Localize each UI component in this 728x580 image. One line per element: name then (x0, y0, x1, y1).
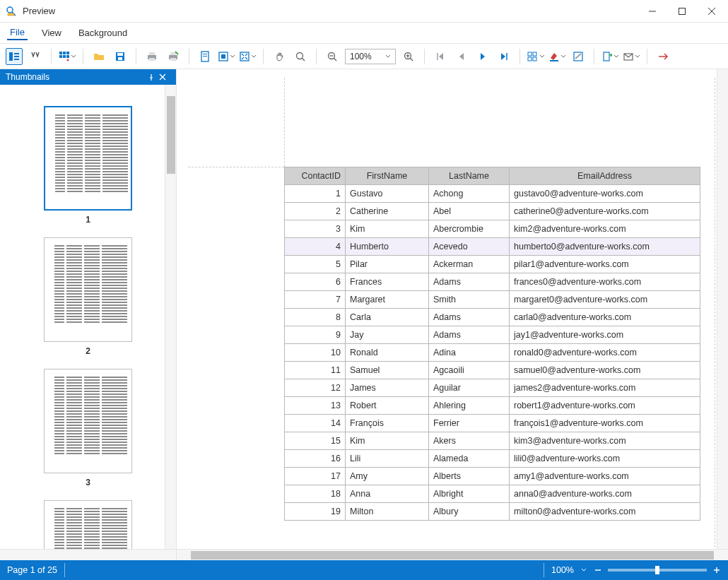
toolbar: 100% (0, 44, 728, 69)
viewer-body[interactable]: ContactID FirstName LastName EmailAddres… (177, 69, 728, 549)
cell-id: 1 (285, 185, 346, 203)
svg-rect-13 (66, 52, 69, 54)
app-icon (6, 6, 17, 17)
svg-rect-15 (63, 55, 66, 58)
print-button[interactable] (143, 48, 160, 65)
close-preview-button[interactable] (654, 48, 671, 65)
close-panel-icon[interactable] (159, 73, 170, 81)
svg-point-0 (7, 7, 13, 13)
thumbnail-page[interactable]: 3 (44, 369, 132, 487)
last-page-button[interactable] (495, 48, 512, 65)
zoom-slider[interactable] (608, 569, 707, 572)
col-firstname: FirstName (346, 167, 429, 185)
table-row: 17AmyAlbertsamy1@adventure-works.com (285, 468, 700, 485)
cell-id: 6 (285, 273, 346, 291)
cell-email: frances0@adventure-works.com (510, 273, 700, 291)
thumbnails-body[interactable]: 123 (0, 85, 176, 549)
thumbnail-image (44, 369, 132, 473)
menu-background[interactable]: Background (76, 26, 130, 40)
quick-print-button[interactable] (165, 48, 182, 65)
table-row: 19MiltonAlburymilton0@adventure-works.co… (285, 503, 700, 521)
cell-firstname: Jay (346, 326, 429, 344)
open-button[interactable] (90, 48, 107, 65)
thumbnails-hscrollbar[interactable] (0, 549, 176, 560)
document-map-button[interactable] (59, 48, 76, 65)
svg-line-36 (334, 58, 336, 61)
send-email-button[interactable] (623, 48, 640, 65)
cell-lastname: Acevedo (429, 238, 510, 256)
col-lastname: LastName (429, 167, 510, 185)
zoom-minus-icon[interactable] (594, 566, 602, 574)
zoom-in-button[interactable] (400, 48, 417, 65)
chevron-down-icon[interactable] (581, 567, 587, 573)
table-row: 1GustavoAchonggustavo0@adventure-works.c… (285, 185, 700, 203)
table-row: 8CarlaAdamscarla0@adventure-works.com (285, 309, 700, 326)
thumbnail-image (44, 237, 132, 342)
background-color-button[interactable] (548, 48, 565, 65)
thumbnails-toggle-button[interactable] (6, 48, 23, 65)
table-row: 15KimAkerskim3@adventure-works.com (285, 432, 700, 450)
viewer-hscrollbar[interactable] (177, 549, 728, 560)
watermark-button[interactable] (570, 48, 587, 65)
cell-lastname: Alberts (429, 468, 510, 485)
menu-file[interactable]: File (7, 25, 28, 40)
cell-firstname: Ronald (346, 344, 429, 362)
menu-view[interactable]: View (39, 26, 64, 40)
svg-rect-21 (149, 52, 155, 55)
zoom-combo[interactable]: 100% (345, 49, 396, 64)
magnifier-button[interactable] (292, 48, 309, 65)
cell-lastname: Smith (429, 291, 510, 309)
table-row: 7MargaretSmithmargaret0@adventure-works.… (285, 291, 700, 309)
cell-email: james2@adventure-works.com (510, 379, 700, 397)
multipage-button[interactable] (527, 48, 544, 65)
save-button[interactable] (112, 48, 129, 65)
minimize-button[interactable] (642, 4, 663, 18)
thumbnail-page[interactable] (44, 500, 132, 549)
cell-lastname: Abel (429, 203, 510, 220)
cell-firstname: Lili (346, 450, 429, 468)
cell-firstname: Frances (346, 273, 429, 291)
cell-id: 11 (285, 362, 346, 379)
cell-email: carla0@adventure-works.com (510, 309, 700, 326)
pin-icon[interactable] (148, 73, 159, 81)
svg-rect-46 (533, 57, 536, 61)
svg-rect-10 (14, 59, 19, 60)
export-button[interactable] (601, 48, 618, 65)
svg-rect-43 (528, 52, 532, 56)
close-button[interactable] (701, 4, 722, 18)
page-setup-button[interactable] (196, 48, 213, 65)
find-button[interactable] (27, 48, 44, 65)
cell-lastname: Adams (429, 273, 510, 291)
window-title: Preview (23, 6, 642, 16)
cell-id: 13 (285, 397, 346, 415)
first-page-button[interactable] (432, 48, 449, 65)
thumbnail-image (44, 500, 132, 549)
cell-firstname: Humberto (346, 238, 429, 256)
table-row: 4HumbertoAcevedohumberto0@adventure-work… (285, 238, 700, 256)
cell-email: humberto0@adventure-works.com (510, 238, 700, 256)
thumbnail-page[interactable]: 2 (44, 237, 132, 356)
thumbnails-scrollbar[interactable] (165, 85, 176, 549)
cell-id: 18 (285, 485, 346, 503)
svg-rect-9 (14, 56, 19, 57)
thumbnail-number: 2 (44, 346, 132, 356)
viewer-vscrollbar[interactable] (717, 69, 728, 549)
cell-email: margaret0@adventure-works.com (510, 291, 700, 309)
next-page-button[interactable] (474, 48, 491, 65)
maximize-button[interactable] (671, 4, 693, 18)
zoom-out-button[interactable] (324, 48, 341, 65)
zoom-plus-icon[interactable] (712, 566, 721, 574)
cell-id: 17 (285, 468, 346, 485)
thumbnail-image (44, 106, 132, 211)
fit-button[interactable] (239, 48, 256, 65)
cell-firstname: Carla (346, 309, 429, 326)
thumbnail-page[interactable]: 1 (44, 106, 132, 225)
svg-rect-28 (203, 56, 207, 57)
cell-id: 12 (285, 379, 346, 397)
hand-tool-button[interactable] (271, 48, 288, 65)
table-row: 18AnnaAlbrightanna0@adventure-works.com (285, 485, 700, 503)
scale-button[interactable] (218, 48, 235, 65)
svg-line-33 (302, 58, 305, 61)
svg-rect-27 (203, 54, 207, 54)
prev-page-button[interactable] (453, 48, 470, 65)
